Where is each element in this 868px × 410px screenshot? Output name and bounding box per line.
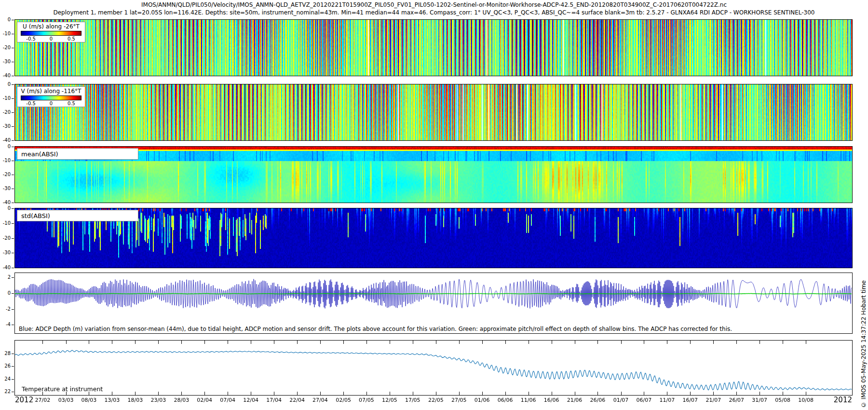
mean-absi-heatmap-canvas [15, 147, 852, 203]
x-tick-label: 0.5 [68, 101, 75, 106]
x-tick-label: 21/07 [705, 397, 721, 403]
x-tick-label: 11/07 [659, 397, 675, 403]
panel-mean-absi: 0-10-20-30-40 mean(ABSI) [14, 146, 853, 203]
y-tick-label: 0 [8, 82, 11, 87]
x-tick-label: 28/03 [174, 397, 189, 403]
v-colorbar-ticks: -0.500.5 [21, 100, 81, 106]
x-tick-label: 16/06 [544, 397, 559, 403]
y-tick-label: 26 [4, 364, 11, 369]
temperature-y-axis: 28262422 [0, 341, 15, 395]
x-tick-label: 03/03 [58, 397, 74, 403]
x-tick-label: 27/05 [451, 397, 467, 403]
y-tick-label: -40 [3, 73, 11, 78]
temperature-label: Temperature at instrument [22, 385, 103, 393]
x-tick-label: 08/03 [81, 397, 97, 403]
y-tick-label: -2 [6, 307, 11, 312]
u-colorbar [21, 31, 81, 36]
y-tick-label: -40 [3, 200, 11, 205]
x-tick-label: 12/05 [382, 397, 397, 403]
u-colorbar-ticks: -0.500.5 [21, 36, 81, 41]
panel-v-velocity: 0-10-20-30-40 V (m/s) along -116°T -0.50… [14, 84, 853, 141]
y-tick-label: 0 [8, 206, 11, 211]
x-tick-label: 12/04 [243, 397, 258, 403]
x-tick-label: 31/07 [752, 397, 767, 403]
y-tick-label: -30 [3, 124, 11, 129]
depth-variation-y-axis: 20-2-4 [0, 273, 15, 333]
y-tick-label: 24 [4, 377, 11, 382]
y-tick-label: 2 [8, 275, 11, 280]
panel-temperature: 28262422 Temperature at instrument 27/02… [14, 340, 853, 396]
x-tick-label: 26/06 [590, 397, 606, 403]
y-tick-label: -30 [3, 186, 11, 191]
x-tick-label: 27/02 [35, 397, 51, 403]
depth-variation-annotation: Blue: ADCP Depth (m) variation from sens… [19, 326, 732, 332]
x-tick-label: -0.5 [26, 101, 36, 106]
panel-depth-variation: 20-2-4 Blue: ADCP Depth (m) variation fr… [14, 273, 853, 334]
temperature-canvas [15, 341, 852, 395]
x-tick-label: 0 [50, 101, 53, 106]
x-tick-label: 10/08 [798, 397, 814, 403]
y-tick-label: -4 [6, 322, 11, 327]
v-colorbar [21, 96, 81, 100]
x-tick-label: 22/05 [428, 397, 444, 403]
x-tick-label: 02/04 [197, 397, 212, 403]
year-label-left: 2012 [15, 396, 33, 404]
figure-title: IMOS/ANMN/QLD/PIL050/Velocity/IMOS_ANMN-… [0, 1, 868, 8]
x-tick-label: 21/06 [567, 397, 583, 403]
u-velocity-legend-title: U (m/s) along -26°T [17, 23, 85, 31]
y-tick-label: -40 [3, 265, 11, 270]
x-tick-label: 13/03 [105, 397, 120, 403]
x-tick-label: 05/08 [775, 397, 790, 403]
y-tick-label: -40 [3, 138, 11, 143]
depth-variation-canvas [15, 273, 852, 326]
x-tick-label: 06/07 [637, 397, 652, 403]
y-tick-label: 0 [8, 17, 11, 22]
y-tick-label: -10 [3, 158, 11, 163]
year-label-right: 2012 [834, 396, 852, 404]
imos-watermark: © IMOS 05-May-2025 14:37:22 Hobart time [860, 280, 867, 408]
y-tick-label: 22 [4, 389, 11, 394]
mean-absi-label: mean(ABSI) [17, 148, 138, 160]
x-tick-label: 07/04 [220, 397, 235, 403]
x-tick-label: 26/07 [729, 397, 744, 403]
y-tick-label: -20 [3, 236, 11, 241]
x-tick-label: 02/05 [336, 397, 351, 403]
u-velocity-heatmap-canvas [15, 20, 852, 76]
x-tick-label: 16/07 [682, 397, 698, 403]
y-tick-label: 0 [8, 144, 11, 149]
std-absi-label: std(ABSI) [17, 210, 138, 221]
x-tick-label: 0 [50, 36, 53, 41]
y-tick-label: -10 [3, 221, 11, 226]
x-tick-label: 18/03 [127, 397, 143, 403]
x-tick-label: 27/04 [312, 397, 328, 403]
y-tick-label: -20 [3, 172, 11, 177]
x-tick-label: -0.5 [26, 36, 36, 41]
v-velocity-legend: V (m/s) along -116°T -0.500.5 [17, 86, 85, 107]
y-tick-label: -20 [3, 110, 11, 115]
x-tick-label: 01/07 [613, 397, 629, 403]
x-tick-label: 17/05 [405, 397, 420, 403]
x-tick-label: 23/03 [151, 397, 166, 403]
std-absi-y-axis: 0-10-20-30-40 [0, 208, 15, 268]
x-tick-label: 0.5 [68, 36, 75, 41]
v-velocity-y-axis: 0-10-20-30-40 [0, 84, 15, 140]
x-tick-label: 22/04 [289, 397, 305, 403]
panel-std-absi: 0-10-20-30-40 std(ABSI) [14, 208, 853, 268]
y-tick-label: -30 [3, 250, 11, 255]
y-tick-label: -30 [3, 59, 11, 64]
v-velocity-heatmap-canvas [15, 84, 852, 140]
v-velocity-legend-title: V (m/s) along -116°T [17, 87, 85, 96]
x-tick-label: 06/06 [498, 397, 513, 403]
y-tick-label: -20 [3, 45, 11, 50]
temperature-x-axis: 27/0203/0308/0313/0318/0323/0328/0302/04… [15, 395, 852, 403]
y-tick-label: -10 [3, 96, 11, 101]
panel-u-velocity: 0-10-20-30-40 U (m/s) along -26°T -0.500… [14, 19, 853, 76]
std-absi-heatmap-canvas [15, 208, 852, 268]
y-tick-label: 28 [4, 351, 11, 356]
adcp-figure: IMOS/ANMN/QLD/PIL050/Velocity/IMOS_ANMN-… [0, 0, 868, 410]
x-tick-label: 07/05 [359, 397, 374, 403]
figure-subtitle: Deployment 1, member 1 lat=20.05S lon=11… [0, 9, 868, 16]
u-velocity-legend: U (m/s) along -26°T -0.500.5 [17, 22, 85, 42]
x-tick-label: 17/04 [266, 397, 282, 403]
x-tick-label: 11/06 [521, 397, 536, 403]
